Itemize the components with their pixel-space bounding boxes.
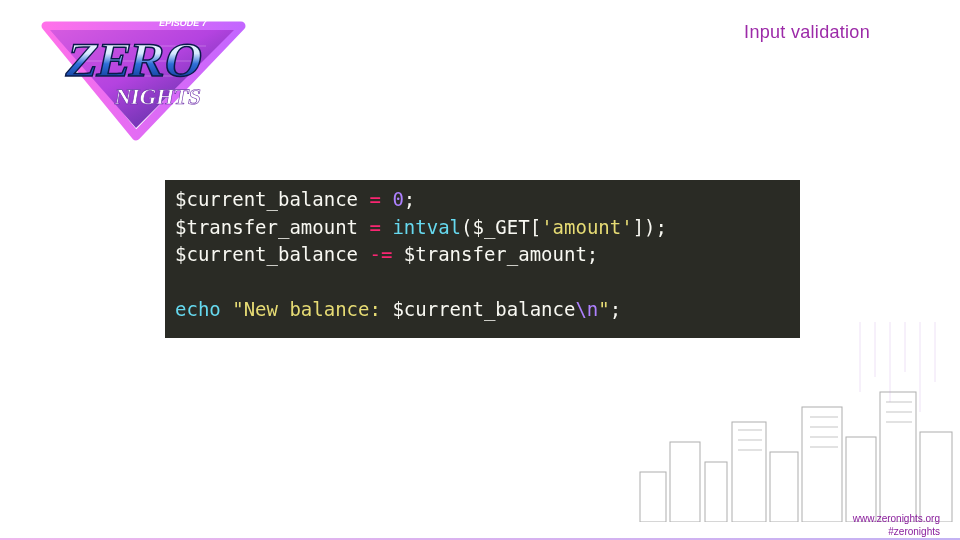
footer-hashtag: #zeronights <box>853 526 940 539</box>
code-token: $current_balance <box>175 243 358 265</box>
logo-episode-text: EPISODE 7 <box>158 18 207 28</box>
svg-rect-9 <box>770 452 798 522</box>
code-token: $current_balance <box>175 188 358 210</box>
skyline-decoration <box>620 322 960 522</box>
footer-url: www.zeronights.org <box>853 513 940 526</box>
code-token: 'amount' <box>541 216 633 238</box>
code-token: ) <box>644 216 655 238</box>
code-token: ; <box>656 216 667 238</box>
logo-word-bottom: NIGHTS <box>113 84 203 109</box>
code-token: [ <box>530 216 541 238</box>
svg-rect-12 <box>880 392 916 522</box>
logo-word-top: ZERO <box>61 33 208 85</box>
footer: www.zeronights.org #zeronights <box>853 513 940 538</box>
code-token: echo <box>175 298 221 320</box>
code-token: ; <box>404 188 415 210</box>
svg-rect-5 <box>640 472 666 522</box>
code-token: intval <box>392 216 461 238</box>
code-token: ; <box>610 298 621 320</box>
code-token: " <box>598 298 609 320</box>
code-token: = <box>369 216 380 238</box>
code-token: \n <box>575 298 598 320</box>
code-token: 0 <box>392 188 403 210</box>
code-token: $transfer_amount <box>175 216 358 238</box>
code-token: = <box>369 188 380 210</box>
svg-rect-13 <box>920 432 952 522</box>
svg-rect-6 <box>670 442 700 522</box>
code-token: $transfer_amount <box>404 243 587 265</box>
code-token: ( <box>461 216 472 238</box>
code-token: $_GET <box>472 216 529 238</box>
code-token: $current_balance <box>392 298 575 320</box>
svg-rect-7 <box>705 462 727 522</box>
svg-rect-11 <box>846 437 876 522</box>
code-sample: $current_balance = 0; $transfer_amount =… <box>165 180 800 338</box>
slide-title: Input validation <box>744 22 870 43</box>
code-token: ; <box>587 243 598 265</box>
code-token: ] <box>633 216 644 238</box>
code-token: "New balance: <box>232 298 392 320</box>
code-token: -= <box>369 243 392 265</box>
zeronights-logo: EPISODE 7 ZERO NIGHTS <box>36 6 246 146</box>
svg-rect-8 <box>732 422 766 522</box>
svg-rect-10 <box>802 407 842 522</box>
